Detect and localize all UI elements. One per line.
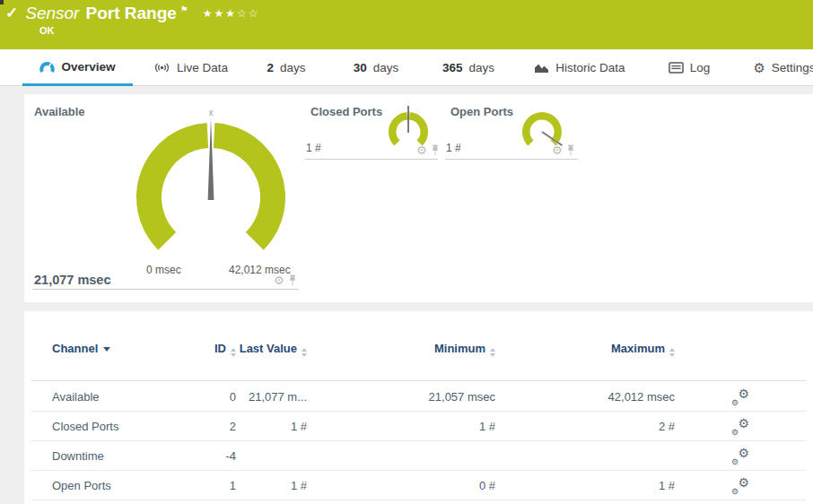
pin-icon[interactable] (566, 144, 575, 156)
gauge-arc-left (389, 112, 407, 146)
overview-gauges-panel: Available x̄ 0 msec 42,012 msec 21,077 m… (24, 94, 813, 302)
gauge-scale-min: 0 msec (146, 264, 181, 276)
closed-ports-current-value: 1 # (306, 142, 321, 154)
tab-log[interactable]: Log (660, 49, 719, 86)
channel-id: 2 (209, 420, 236, 433)
tab-historic-data[interactable]: Historic Data (533, 49, 626, 86)
log-icon (669, 62, 684, 74)
channel-settings-icon[interactable]: ⚙⚙ (731, 419, 749, 434)
pin-icon[interactable] (288, 274, 297, 286)
tab-number: 2 (267, 61, 274, 74)
gauge-card-tools: ⚙ (416, 144, 440, 156)
col-header-label: ID (214, 342, 226, 355)
col-header-maximum[interactable]: Maximum (495, 342, 675, 357)
channel-table-header: Channel ID Last Value Minimum Maximum (31, 342, 806, 381)
ok-check-icon: ✓ (5, 4, 18, 22)
tab-bar: Overview Live Data 2 days 30 days 365 da… (0, 49, 813, 86)
tab-label: Historic Data (555, 61, 625, 74)
channel-settings-icon[interactable]: ⚙⚙ (731, 448, 749, 464)
tab-label: days (373, 61, 399, 74)
tab-label: days (280, 61, 306, 74)
channel-maximum: 1 # (495, 479, 675, 492)
tab-label: Live Data (177, 61, 228, 74)
gauge-icon (39, 61, 55, 73)
sort-caret-icon (103, 347, 110, 352)
card-divider (305, 159, 438, 160)
col-header-label: Channel (52, 342, 98, 355)
area-chart-icon (534, 62, 549, 74)
gauge-title-available: Available (34, 105, 85, 118)
gauge-title-open-ports: Open Ports (450, 105, 513, 118)
channel-maximum: 2 # (495, 420, 675, 433)
tab-settings[interactable]: ⚙ Settings (752, 49, 813, 86)
gauge-card-tools: ⚙ (552, 144, 575, 156)
gear-icon[interactable]: ⚙ (416, 144, 427, 156)
available-current-value: 21,077 msec (34, 273, 110, 287)
priority-stars[interactable]: ★★★☆☆ (203, 7, 260, 20)
col-header-last-value[interactable]: Last Value (236, 342, 307, 357)
gauge-card-tools: ⚙ (274, 274, 297, 286)
pin-icon[interactable] (431, 144, 440, 156)
object-type-label: Sensor (25, 4, 79, 23)
col-header-label: Minimum (434, 342, 485, 355)
table-row-closed-ports: Closed Ports 2 1 # 1 # 2 # ⚙⚙ (31, 412, 806, 441)
col-header-label: Last Value (240, 342, 297, 355)
tab-label: Overview (61, 60, 115, 74)
gauge-needle (208, 118, 214, 200)
col-header-id[interactable]: ID (209, 342, 236, 357)
gauge-title-closed-ports: Closed Ports (310, 105, 382, 118)
open-ports-current-value: 1 # (446, 142, 461, 154)
channel-name: Closed Ports (52, 420, 209, 433)
gauge-arc-right (214, 123, 285, 250)
sort-icon (669, 348, 675, 357)
gear-icon[interactable]: ⚙ (274, 274, 284, 286)
channel-name: Available (52, 390, 209, 404)
channel-name: Open Ports (52, 479, 209, 492)
sensor-title: Port Range (85, 4, 176, 23)
status-badge: OK (39, 25, 55, 36)
live-data-icon (153, 62, 170, 74)
channel-name: Downtime (52, 449, 209, 463)
channel-id: -4 (209, 449, 236, 463)
channel-last-value: 1 # (236, 420, 307, 433)
col-header-label: Maximum (611, 342, 665, 355)
average-marker: x̄ (209, 109, 214, 117)
col-header-channel[interactable]: Channel (52, 342, 209, 355)
channel-id: 0 (209, 390, 236, 404)
tab-label: Log (690, 61, 711, 74)
tab-live-data[interactable]: Live Data (148, 49, 233, 86)
channel-id: 1 (209, 479, 236, 492)
table-row-available: Available 0 21,077 m... 21,057 msec 42,0… (31, 382, 806, 412)
gear-icon[interactable]: ⚙ (552, 144, 563, 156)
screen-corner-artifact (0, 0, 4, 4)
tab-label: Settings (772, 61, 813, 74)
tab-number: 365 (442, 61, 463, 74)
channel-last-value: 21,077 m... (236, 390, 307, 404)
channel-settings-icon[interactable]: ⚙⚙ (731, 389, 749, 404)
gauge-arc-right (409, 112, 428, 146)
channel-last-value: 1 # (236, 479, 307, 492)
gauge-arc-left (136, 123, 208, 250)
table-row-downtime: Downtime -4 ⚙⚙ (31, 441, 806, 471)
tab-30-days[interactable]: 30 days (345, 49, 406, 86)
flag-icon[interactable]: ⚑ (180, 4, 188, 14)
sensor-header: ✓ Sensor Port Range ⚑ ★★★☆☆ OK (0, 0, 813, 49)
channel-minimum: 0 # (307, 479, 495, 492)
channel-minimum: 21,057 msec (307, 390, 495, 404)
tab-number: 30 (354, 61, 367, 74)
tab-overview[interactable]: Overview (22, 49, 133, 86)
channel-table-panel: Channel ID Last Value Minimum Maximum Av… (24, 311, 813, 504)
card-divider (445, 159, 578, 160)
channel-minimum: 1 # (307, 420, 495, 433)
card-divider (32, 289, 299, 290)
tab-365-days[interactable]: 365 days (433, 49, 503, 86)
channel-table-body: Available 0 21,077 m... 21,057 msec 42,0… (31, 382, 806, 500)
channel-maximum: 42,012 msec (495, 390, 675, 404)
table-row-open-ports: Open Ports 1 1 # 0 # 1 # ⚙⚙ (31, 471, 806, 500)
gear-icon: ⚙ (753, 60, 765, 76)
tab-label: days (469, 61, 495, 74)
available-gauge-chart[interactable]: x̄ (121, 108, 301, 269)
tab-2-days[interactable]: 2 days (256, 49, 317, 86)
channel-settings-icon[interactable]: ⚙⚙ (731, 478, 749, 493)
col-header-minimum[interactable]: Minimum (307, 342, 495, 357)
